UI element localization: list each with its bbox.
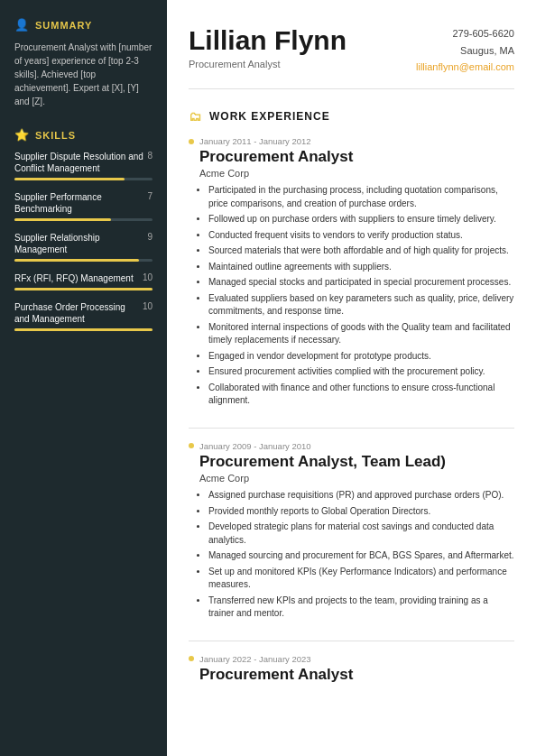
resume-container: 👤 Summary Procurement Analyst with [numb… <box>0 0 536 756</box>
skill-item: Supplier Dispute Resolution and Conflict… <box>14 151 152 180</box>
skill-name: Supplier Dispute Resolution and Conflict… <box>14 151 147 174</box>
skill-name: Supplier Performance Benchmarking <box>14 191 147 215</box>
work-icon: 🗂 <box>189 109 202 124</box>
work-experience-title: 🗂 Work Experience <box>189 109 514 124</box>
skill-bar-bg <box>14 328 152 331</box>
skill-score: 8 <box>147 151 152 161</box>
sidebar: 👤 Summary Procurement Analyst with [numb… <box>0 0 167 756</box>
header-right: 279-605-6620 Saugus, MA lillianflynn@ema… <box>416 25 514 76</box>
skill-name: RFx (RFI, RFQ) Management <box>14 272 143 284</box>
work-experience-section: 🗂 Work Experience January 2011 - January… <box>189 109 514 684</box>
list-item: Transferred new KPIs and projects to the… <box>208 595 514 621</box>
header-left: Lillian Flynn Procurement Analyst <box>189 25 347 69</box>
summary-icon: 👤 <box>14 18 30 32</box>
skills-list: Supplier Dispute Resolution and Conflict… <box>14 151 152 331</box>
job-title: Procurement Analyst, Team Lead) <box>189 453 514 471</box>
skill-item: Supplier Relationship Management 9 <box>14 232 152 262</box>
skill-name: Purchase Order Processing and Management <box>14 301 143 325</box>
skills-icon: ⭐ <box>14 128 30 142</box>
list-item: Conducted frequent visits to vendors to … <box>208 229 514 243</box>
job-entry: January 2011 - January 2012 Procurement … <box>189 136 514 408</box>
list-item: Provided monthly reports to Global Opera… <box>208 505 514 519</box>
list-item: Sourced materials that were both afforda… <box>208 244 514 258</box>
header-section: Lillian Flynn Procurement Analyst 279-60… <box>189 25 514 89</box>
skill-bar-bg <box>14 259 152 262</box>
skill-item: Supplier Performance Benchmarking 7 <box>14 191 152 221</box>
candidate-name: Lillian Flynn <box>189 25 347 55</box>
skill-score: 10 <box>143 272 152 282</box>
job-date: January 2022 - January 2023 <box>189 654 514 664</box>
job-company: Acme Corp <box>189 473 514 484</box>
email: lillianflynn@email.com <box>416 59 514 76</box>
job-company: Acme Corp <box>189 168 514 179</box>
skill-item: RFx (RFI, RFQ) Management 10 <box>14 272 152 290</box>
list-item: Participated in the purchasing process, … <box>208 184 514 210</box>
job-entry: January 2009 - January 2010 Procurement … <box>189 441 514 621</box>
list-item: Followed up on purchase orders with supp… <box>208 213 514 226</box>
job-bullets: Assigned purchase requisitions (PR) and … <box>189 489 514 621</box>
skill-score: 7 <box>147 191 152 201</box>
job-date: January 2009 - January 2010 <box>189 441 514 451</box>
skills-title: ⭐ Skills <box>14 128 152 142</box>
list-item: Developed strategic plans for material c… <box>208 521 514 547</box>
section-divider <box>189 641 514 641</box>
skill-bar-fill <box>14 259 139 262</box>
summary-title: 👤 Summary <box>14 18 152 32</box>
job-title: Procurement Analyst <box>189 666 514 684</box>
section-divider <box>189 428 514 429</box>
skill-bar-fill <box>14 328 152 331</box>
location: Saugus, MA <box>416 42 514 60</box>
skill-bar-fill <box>14 178 125 180</box>
skill-score: 9 <box>147 232 152 242</box>
skill-name: Supplier Relationship Management <box>14 232 147 255</box>
skill-bar-bg <box>14 218 152 221</box>
skill-score: 10 <box>143 301 152 311</box>
skill-item: Purchase Order Processing and Management… <box>14 301 152 331</box>
main-content: Lillian Flynn Procurement Analyst 279-60… <box>167 0 536 756</box>
job-date: January 2011 - January 2012 <box>189 136 514 146</box>
list-item: Evaluated suppliers based on key paramet… <box>208 292 514 318</box>
job-title: Procurement Analyst <box>189 148 514 166</box>
list-item: Managed special stocks and participated … <box>208 276 514 290</box>
list-item: Ensured procurement activities complied … <box>208 365 514 379</box>
list-item: Collaborated with finance and other func… <box>208 382 514 408</box>
skill-bar-fill <box>14 288 152 290</box>
job-bullets: Participated in the purchasing process, … <box>189 184 514 408</box>
list-item: Managed sourcing and procurement for BCA… <box>208 549 514 563</box>
candidate-title: Procurement Analyst <box>189 59 347 69</box>
list-item: Engaged in vendor development for protot… <box>208 350 514 364</box>
list-item: Maintained outline agreements with suppl… <box>208 261 514 274</box>
phone: 279-605-6620 <box>416 25 514 42</box>
skills-section: ⭐ Skills Supplier Dispute Resolution and… <box>14 128 152 331</box>
summary-text: Procurement Analyst with [number of year… <box>14 41 152 108</box>
jobs-list: January 2011 - January 2012 Procurement … <box>189 136 514 684</box>
summary-section: 👤 Summary Procurement Analyst with [numb… <box>14 18 152 108</box>
skill-bar-fill <box>14 218 111 221</box>
skill-bar-bg <box>14 178 152 180</box>
list-item: Set up and monitored KPIs (Key Performan… <box>208 566 514 592</box>
list-item: Assigned purchase requisitions (PR) and … <box>208 489 514 502</box>
list-item: Monitored internal inspections of goods … <box>208 321 514 347</box>
job-entry: January 2022 - January 2023 Procurement … <box>189 654 514 684</box>
skill-bar-bg <box>14 288 152 290</box>
